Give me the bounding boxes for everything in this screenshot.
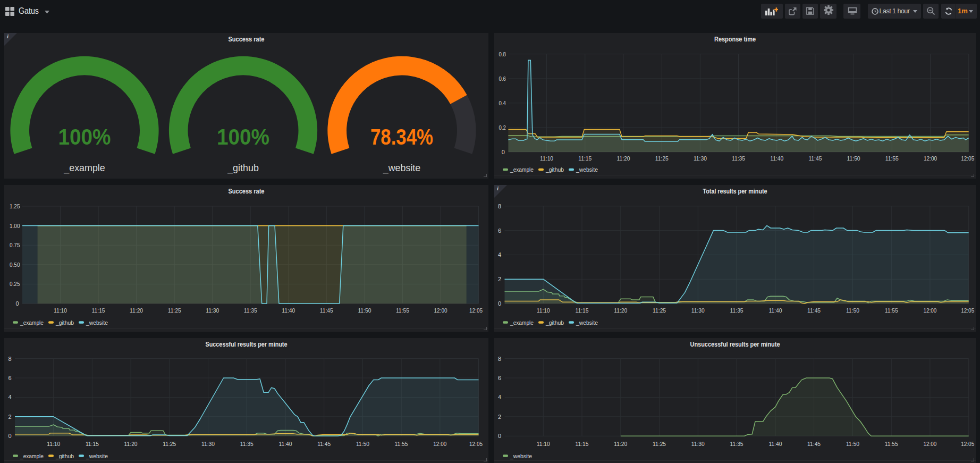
svg-text:11:20: 11:20 [614,441,627,447]
svg-text:11:30: 11:30 [694,155,707,162]
svg-text:4: 4 [8,394,11,400]
svg-text:12:00: 12:00 [924,155,937,162]
svg-text:_example: _example [20,453,44,459]
svg-text:11:15: 11:15 [578,155,592,162]
svg-text:11:15: 11:15 [576,307,589,314]
svg-text:100%: 100% [217,124,269,149]
svg-text:_example: _example [20,319,44,326]
svg-text:4: 4 [498,394,501,400]
svg-text:11:50: 11:50 [358,307,371,314]
svg-text:11:30: 11:30 [691,307,705,314]
svg-text:11:50: 11:50 [846,441,859,447]
svg-text:11:30: 11:30 [691,441,705,447]
svg-text:_github: _github [55,453,74,459]
svg-text:_example: _example [510,166,534,173]
svg-text:12:00: 12:00 [923,307,936,314]
svg-text:Response time: Response time [714,35,756,43]
svg-text:1.25: 1.25 [10,203,20,209]
svg-text:12:05: 12:05 [469,441,483,447]
svg-text:_website: _website [383,162,421,174]
svg-text:11:25: 11:25 [653,441,666,447]
svg-text:11:25: 11:25 [653,307,666,314]
svg-text:0.75: 0.75 [10,242,20,248]
svg-text:11:40: 11:40 [279,441,292,447]
svg-text:11:10: 11:10 [54,307,67,314]
svg-text:11:40: 11:40 [768,307,782,314]
svg-text:11:55: 11:55 [396,307,409,314]
svg-text:12:05: 12:05 [961,307,974,314]
svg-text:0.6: 0.6 [499,75,506,82]
svg-text:Gatus: Gatus [19,6,39,15]
svg-text:11:25: 11:25 [163,441,176,447]
svg-text:11:10: 11:10 [537,307,550,314]
svg-text:11:15: 11:15 [92,307,105,314]
svg-text:8: 8 [498,356,501,362]
svg-text:2: 2 [8,414,11,420]
svg-text:11:35: 11:35 [732,155,745,162]
svg-text:_website: _website [510,453,532,459]
svg-text:8: 8 [498,203,501,209]
svg-text:11:30: 11:30 [201,441,215,447]
svg-text:0: 0 [498,300,501,307]
svg-text:11:55: 11:55 [885,441,898,447]
svg-text:11:40: 11:40 [770,155,783,162]
svg-text:1.00: 1.00 [10,223,20,229]
svg-text:11:20: 11:20 [614,307,627,314]
svg-text:6: 6 [8,375,11,381]
svg-text:11:20: 11:20 [130,307,143,314]
svg-text:11:55: 11:55 [885,155,899,162]
svg-text:11:10: 11:10 [47,441,60,447]
svg-text:12:00: 12:00 [433,441,446,447]
svg-text:4: 4 [498,251,501,258]
svg-text:_example: _example [510,319,534,326]
svg-text:11:40: 11:40 [768,441,782,447]
svg-text:11:55: 11:55 [395,441,408,447]
svg-text:11:45: 11:45 [807,307,821,314]
svg-text:12:05: 12:05 [961,441,974,447]
svg-text:11:30: 11:30 [206,307,219,314]
svg-text:11:35: 11:35 [240,441,254,447]
svg-text:12:00: 12:00 [434,307,447,314]
svg-text:11:35: 11:35 [730,441,744,447]
svg-text:6: 6 [498,375,501,381]
svg-text:11:10: 11:10 [540,155,553,162]
svg-text:0: 0 [502,149,505,155]
svg-text:8: 8 [8,356,11,362]
svg-text:_github: _github [227,162,259,174]
svg-text:78.34%: 78.34% [370,124,433,149]
svg-text:11:25: 11:25 [655,155,669,162]
svg-text:11:50: 11:50 [356,441,369,447]
svg-text:0.25: 0.25 [10,281,20,287]
svg-text:0.8: 0.8 [499,51,506,57]
svg-text:11:15: 11:15 [86,441,99,447]
svg-text:11:55: 11:55 [885,307,898,314]
svg-text:11:10: 11:10 [537,441,550,447]
svg-text:12:05: 12:05 [961,155,974,162]
svg-text:_website: _website [576,319,598,326]
svg-text:0.4: 0.4 [499,100,506,106]
svg-text:Success rate: Success rate [229,35,265,43]
svg-text:12:05: 12:05 [469,307,483,314]
svg-text:11:15: 11:15 [576,441,589,447]
svg-text:11:45: 11:45 [320,307,333,314]
svg-text:11:45: 11:45 [317,441,331,447]
svg-text:11:20: 11:20 [124,441,138,447]
svg-text:11:45: 11:45 [808,155,822,162]
svg-text:2: 2 [498,276,501,282]
svg-text:_github: _github [545,319,564,326]
svg-text:11:35: 11:35 [730,307,744,314]
svg-text:Total results per minute: Total results per minute [703,187,767,195]
svg-text:0.2: 0.2 [499,124,506,131]
svg-text:100%: 100% [58,124,111,149]
svg-text:11:40: 11:40 [282,307,295,314]
svg-text:_website: _website [86,319,108,326]
svg-text:_website: _website [576,166,598,173]
svg-text:11:50: 11:50 [847,155,860,162]
svg-text:_website: _website [86,453,108,459]
svg-text:11:50: 11:50 [846,307,859,314]
svg-text:2: 2 [498,414,501,420]
svg-text:_github: _github [545,166,564,173]
svg-text:Unsuccessful results per minut: Unsuccessful results per minute [690,340,780,348]
svg-text:0: 0 [8,433,11,439]
svg-text:0: 0 [498,433,501,439]
